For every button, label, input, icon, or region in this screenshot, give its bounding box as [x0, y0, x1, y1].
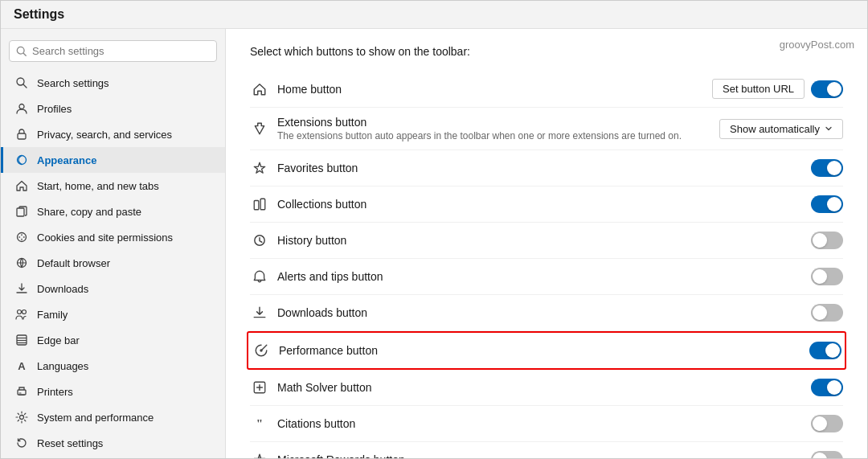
start-home-icon: [14, 178, 29, 193]
sidebar-label-start-home: Start, home, and new tabs: [37, 180, 159, 192]
svg-rect-17: [18, 390, 26, 395]
performance-button-toggle[interactable]: [809, 342, 841, 359]
downloads-icon: [14, 281, 29, 296]
show-automatically-button[interactable]: Show automatically: [719, 119, 843, 139]
sidebar-label-appearance: Appearance: [37, 154, 96, 166]
home-button-label: Home button: [277, 83, 704, 96]
sidebar-item-phone[interactable]: Phone and other devices: [1, 456, 225, 458]
sidebar-item-start-home[interactable]: Start, home, and new tabs: [1, 173, 225, 199]
svg-rect-5: [18, 133, 26, 139]
search-input[interactable]: [32, 45, 210, 57]
sidebar-label-privacy: Privacy, search, and services: [37, 129, 172, 141]
sidebar-item-family[interactable]: Family: [1, 301, 225, 327]
sidebar-item-default-browser[interactable]: Default browser: [1, 250, 225, 276]
home-button-icon: [250, 80, 269, 99]
favorites-button-row: Favorites button: [250, 150, 843, 186]
favorites-button-label: Favorites button: [277, 162, 803, 174]
sidebar-label-system: System and performance: [37, 412, 154, 424]
section-title: Select which buttons to show on the tool…: [250, 45, 843, 58]
default-browser-icon: [14, 256, 29, 270]
alerts-button-toggle[interactable]: [811, 268, 843, 285]
extensions-button-row: Extensions button The extensions button …: [250, 108, 843, 150]
sidebar-item-edge-bar[interactable]: Edge bar: [1, 327, 225, 353]
alerts-button-label: Alerts and tips button: [277, 270, 803, 283]
extensions-label-wrap: Extensions button The extensions button …: [277, 116, 711, 141]
performance-button-icon: [252, 341, 271, 360]
svg-point-8: [18, 233, 27, 242]
sidebar-label-cookies: Cookies and site permissions: [37, 232, 173, 244]
sidebar-item-appearance[interactable]: Appearance: [1, 147, 225, 173]
microsoft-rewards-button-label: Microsoft Rewards button: [277, 453, 803, 458]
collections-button-row: Collections button: [250, 186, 843, 223]
reset-icon: [14, 436, 29, 450]
privacy-icon: [14, 127, 29, 141]
system-icon: [14, 410, 29, 424]
math-solver-button-toggle[interactable]: [811, 379, 843, 396]
extensions-button-icon: [250, 119, 269, 138]
citations-button-toggle[interactable]: [811, 415, 843, 432]
watermark: groovyPost.com: [780, 39, 854, 51]
history-button-toggle[interactable]: [811, 232, 843, 249]
svg-point-11: [18, 310, 22, 314]
extensions-button-control: Show automatically: [719, 119, 843, 139]
content-area: Search settings Profiles Privacy, search…: [1, 29, 867, 458]
svg-rect-25: [254, 201, 259, 210]
svg-point-29: [260, 349, 262, 351]
set-url-button[interactable]: Set button URL: [712, 79, 805, 99]
favorites-button-toggle[interactable]: [811, 159, 843, 177]
share-copy-icon: [14, 204, 29, 219]
svg-point-4: [19, 105, 24, 109]
search-icon: [16, 46, 27, 57]
math-solver-button-control: [811, 379, 843, 396]
math-solver-button-icon: [250, 378, 269, 397]
downloads-button-icon: [250, 303, 269, 322]
sidebar-item-search-settings[interactable]: Search settings: [1, 70, 225, 96]
chevron-down-icon: [825, 125, 833, 133]
sidebar-label-printers: Printers: [37, 386, 73, 398]
sidebar: Search settings Profiles Privacy, search…: [1, 29, 226, 458]
downloads-button-toggle[interactable]: [811, 304, 843, 322]
svg-line-3: [23, 84, 27, 88]
sidebar-item-privacy[interactable]: Privacy, search, and services: [1, 121, 225, 147]
citations-button-row: " Citations button: [250, 406, 843, 442]
alerts-button-control: [811, 268, 843, 285]
microsoft-rewards-button-control: [811, 451, 843, 458]
family-icon: [14, 307, 29, 322]
svg-point-12: [23, 310, 27, 314]
citations-button-control: [811, 415, 843, 432]
sidebar-item-printers[interactable]: Printers: [1, 379, 225, 404]
title-bar: Settings: [1, 1, 867, 29]
svg-rect-7: [17, 208, 24, 216]
sidebar-label-edge-bar: Edge bar: [37, 334, 80, 346]
extensions-button-label: Extensions button: [277, 116, 711, 129]
citations-button-icon: ": [250, 414, 269, 433]
math-solver-button-label: Math Solver button: [277, 381, 803, 394]
sidebar-item-profiles[interactable]: Profiles: [1, 96, 225, 121]
favorites-button-control: [811, 159, 843, 177]
alerts-button-icon: [250, 267, 269, 286]
edge-bar-icon: [14, 333, 29, 347]
history-button-label: History button: [277, 234, 803, 247]
window-title: Settings: [14, 7, 64, 21]
sidebar-label-profiles: Profiles: [37, 103, 72, 115]
svg-line-1: [23, 53, 26, 55]
collections-button-toggle[interactable]: [811, 195, 843, 213]
sidebar-item-languages[interactable]: A Languages: [1, 353, 225, 379]
sidebar-item-system[interactable]: System and performance: [1, 404, 225, 430]
search-box[interactable]: [9, 40, 217, 62]
sidebar-item-reset[interactable]: Reset settings: [1, 430, 225, 456]
sidebar-item-share-copy[interactable]: Share, copy and paste: [1, 199, 225, 224]
home-button-toggle[interactable]: [811, 80, 843, 98]
appearance-icon: [14, 153, 29, 167]
sidebar-item-cookies[interactable]: Cookies and site permissions: [1, 224, 225, 250]
alerts-button-row: Alerts and tips button: [250, 259, 843, 295]
sidebar-item-downloads[interactable]: Downloads: [1, 276, 225, 301]
show-auto-label: Show automatically: [730, 123, 820, 135]
svg-point-18: [20, 416, 24, 420]
performance-button-label: Performance button: [279, 344, 801, 357]
favorites-button-icon: [250, 158, 269, 178]
math-solver-button-row: Math Solver button: [250, 370, 843, 406]
sidebar-label-family: Family: [37, 309, 68, 321]
microsoft-rewards-button-toggle[interactable]: [811, 451, 843, 458]
downloads-button-control: [811, 304, 843, 322]
